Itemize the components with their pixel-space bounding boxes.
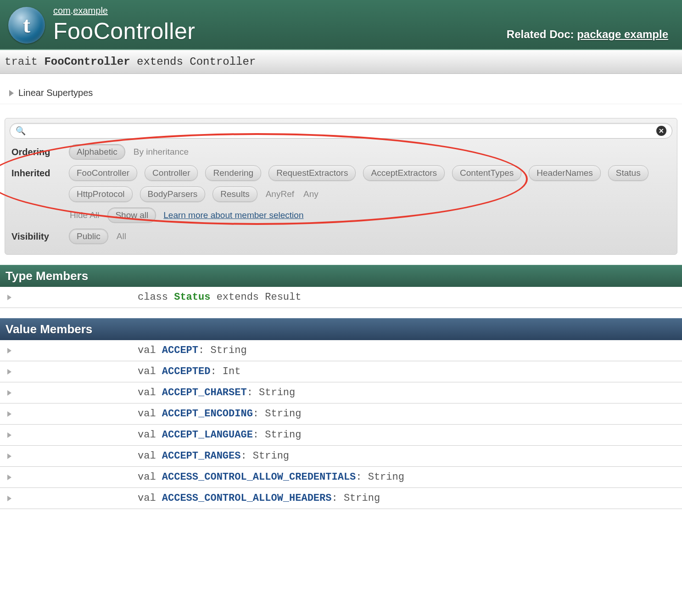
member-keyword: val <box>138 429 162 441</box>
member-rest: : String <box>240 450 289 462</box>
member-row: val ACCEPT_LANGUAGE: String <box>0 425 682 446</box>
clear-search-icon[interactable]: ✕ <box>656 126 666 136</box>
inherited-label: Inherited <box>11 165 60 179</box>
ordering-by-inheritance[interactable]: By inheritance <box>133 145 190 159</box>
triangle-right-icon <box>9 90 14 96</box>
visibility-all[interactable]: All <box>116 229 127 244</box>
member-rest: : String <box>253 408 302 420</box>
member-signature: val ACCESS_CONTROL_ALLOW_HEADERS: String <box>18 493 682 504</box>
member-keyword: val <box>138 408 162 420</box>
member-row: val ACCEPT_CHARSET: String <box>0 382 682 403</box>
inherited-pill-bodyparsers[interactable]: BodyParsers <box>140 186 206 202</box>
header: t com.example FooController Related Doc:… <box>0 0 682 50</box>
breadcrumb-example[interactable]: example <box>73 6 108 16</box>
member-keyword: val <box>138 493 162 504</box>
expand-member-icon[interactable] <box>7 411 11 417</box>
member-keyword: val <box>138 387 162 398</box>
hide-all-option[interactable]: Hide All <box>69 208 100 223</box>
type-logo-letter: t <box>23 12 30 38</box>
member-rest: : String <box>356 471 404 483</box>
expand-member-icon[interactable] <box>7 390 11 396</box>
linear-supertypes-label: Linear Supertypes <box>18 88 93 98</box>
member-row: val ACCESS_CONTROL_ALLOW_CREDENTIALS: St… <box>0 467 682 488</box>
inherited-pill-results[interactable]: Results <box>212 186 257 202</box>
inherited-pill-foocontroller[interactable]: FooController <box>69 165 137 181</box>
inherited-plain-anyref[interactable]: AnyRef <box>265 187 295 202</box>
value-members-list: val ACCEPT: Stringval ACCEPTED: Intval A… <box>0 340 682 509</box>
inherited-plain-any[interactable]: Any <box>302 187 319 202</box>
member-rest: : Int <box>210 366 240 377</box>
member-signature: val ACCEPT_RANGES: String <box>18 450 682 462</box>
member-row: val ACCEPTED: Int <box>0 361 682 382</box>
expand-member-icon[interactable] <box>7 454 11 459</box>
related-prefix: Related Doc: <box>507 28 577 40</box>
expand-member-icon[interactable] <box>7 369 11 375</box>
filter-panel: 🔍 ✕ Ordering Alphabetic By inheritance I… <box>5 118 677 255</box>
search-box: 🔍 ✕ <box>10 123 672 139</box>
inherited-items: FooControllerControllerRenderingRequestE… <box>69 165 671 202</box>
header-text: com.example FooController <box>53 6 507 45</box>
visibility-public[interactable]: Public <box>69 229 108 244</box>
member-row: val ACCESS_CONTROL_ALLOW_HEADERS: String <box>0 488 682 509</box>
member-row: val ACCEPT_ENCODING: String <box>0 403 682 425</box>
ordering-alphabetic[interactable]: Alphabetic <box>69 144 125 160</box>
member-signature: val ACCEPT: String <box>18 345 682 356</box>
inherited-pill-status[interactable]: Status <box>608 165 648 181</box>
member-name[interactable]: Status <box>174 291 210 303</box>
inherited-pill-acceptextractors[interactable]: AcceptExtractors <box>363 165 445 181</box>
member-name[interactable]: ACCESS_CONTROL_ALLOW_HEADERS <box>162 493 332 504</box>
value-members-header: Value Members <box>0 318 682 340</box>
linear-supertypes-toggle[interactable]: Linear Supertypes <box>0 82 682 104</box>
member-rest: : String <box>247 387 296 398</box>
related-link[interactable]: package example <box>577 28 668 40</box>
expand-member-icon[interactable] <box>7 295 11 300</box>
sig-name: FooController <box>44 56 130 68</box>
member-name[interactable]: ACCEPT_LANGUAGE <box>162 429 253 441</box>
breadcrumb: com.example <box>53 6 507 16</box>
member-rest: : String <box>198 345 247 356</box>
expand-member-icon[interactable] <box>7 432 11 438</box>
inherited-pill-contenttypes[interactable]: ContentTypes <box>452 165 521 181</box>
inherited-pill-headernames[interactable]: HeaderNames <box>529 165 601 181</box>
member-name[interactable]: ACCEPT_ENCODING <box>162 408 253 420</box>
sig-rest: extends Controller <box>130 56 256 68</box>
sig-keyword: trait <box>5 56 44 68</box>
member-keyword: val <box>138 345 162 356</box>
member-rest: extends Result <box>210 291 301 303</box>
member-keyword: val <box>138 366 162 377</box>
inherited-pill-controller[interactable]: Controller <box>145 165 198 181</box>
member-name[interactable]: ACCEPT <box>162 345 198 356</box>
search-icon: 🔍 <box>16 126 26 136</box>
member-name[interactable]: ACCEPT_RANGES <box>162 450 241 462</box>
expand-member-icon[interactable] <box>7 348 11 353</box>
member-rest: : String <box>253 429 302 441</box>
member-signature: val ACCEPT_LANGUAGE: String <box>18 429 682 441</box>
expand-member-icon[interactable] <box>7 496 11 501</box>
member-row: class Status extends Result <box>0 287 682 308</box>
member-name[interactable]: ACCESS_CONTROL_ALLOW_CREDENTIALS <box>162 471 356 483</box>
member-keyword: val <box>138 450 162 462</box>
inherited-pill-requestextractors[interactable]: RequestExtractors <box>268 165 356 181</box>
member-row: val ACCEPT: String <box>0 340 682 361</box>
expand-member-icon[interactable] <box>7 475 11 480</box>
member-keyword: class <box>138 291 174 303</box>
show-all-option[interactable]: Show all <box>107 207 156 223</box>
member-name[interactable]: ACCEPT_CHARSET <box>162 387 247 398</box>
member-row: val ACCEPT_RANGES: String <box>0 446 682 467</box>
member-signature: val ACCEPTED: Int <box>18 366 682 377</box>
visibility-label: Visibility <box>11 229 60 242</box>
learn-more-link[interactable]: Learn more about member selection <box>163 210 303 220</box>
member-name[interactable]: ACCEPTED <box>162 366 211 377</box>
inherited-pill-httpprotocol[interactable]: HttpProtocol <box>69 186 133 202</box>
member-signature: val ACCEPT_ENCODING: String <box>18 408 682 420</box>
breadcrumb-com[interactable]: com <box>53 6 71 16</box>
type-members-header: Type Members <box>0 265 682 287</box>
member-signature: val ACCESS_CONTROL_ALLOW_CREDENTIALS: St… <box>18 471 682 483</box>
page-title: FooController <box>53 18 507 45</box>
type-members-list: class Status extends Result <box>0 287 682 308</box>
search-input[interactable] <box>26 127 656 135</box>
inherited-pill-rendering[interactable]: Rendering <box>205 165 261 181</box>
ordering-label: Ordering <box>11 144 60 157</box>
signature-bar: trait FooController extends Controller <box>0 50 682 74</box>
member-rest: : String <box>331 493 380 504</box>
